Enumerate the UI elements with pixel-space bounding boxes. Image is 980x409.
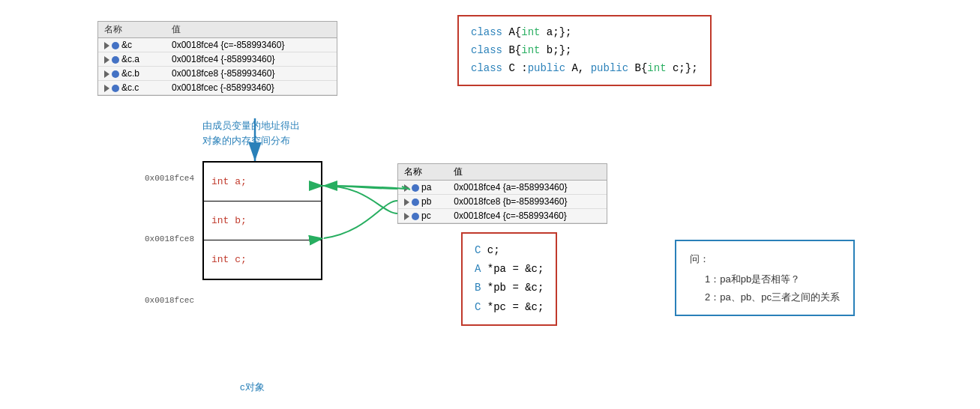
expand-icon — [104, 70, 109, 78]
annotation-line-2: 对象的内存空间分布 — [202, 133, 300, 148]
col-header-value: 值 — [166, 22, 337, 38]
table-row: &c.b 0x0018fce8 {-858993460} — [98, 67, 337, 81]
dot-icon — [112, 70, 119, 78]
dot-icon — [412, 184, 419, 192]
code-line-2: class B{int b;}; — [471, 42, 698, 60]
mem-cell-c: int c; — [204, 240, 321, 279]
addr-label-1: 0x0018fce4 — [145, 174, 194, 183]
debug-table-top: 名称 值 &c 0x0018fce4 {c=-858993460} &c.a 0… — [97, 21, 337, 96]
expand-icon — [404, 184, 409, 192]
question-box: 问： 1：pa和pb是否相等？ 2：pa、pb、pc三者之间的关系 — [675, 240, 855, 316]
dot-icon — [112, 56, 119, 64]
expand-icon — [104, 42, 109, 49]
table-row-pa: pa 0x0018fce4 {a=-858993460} — [398, 181, 607, 195]
code-box-assignments: C c; A *pa = &c; B *pb = &c; C *pc = &c; — [461, 232, 557, 326]
table-row: &c.c 0x0018fcec {-858993460} — [98, 81, 337, 95]
code-assign-3: B *pb = &c; — [475, 279, 544, 297]
table-row-pc: pc 0x0018fce4 {c=-858993460} — [398, 209, 607, 223]
code-line-1: class A{int a;}; — [471, 24, 698, 42]
expand-icon — [104, 85, 109, 92]
code-assign-4: C *pc = &c; — [475, 298, 544, 317]
col-header-name-mid: 名称 — [398, 164, 448, 181]
code-line-3: class C :public A, public B{int c;}; — [471, 60, 698, 78]
code-box-class-definition: class A{int a;}; class B{int b;}; class … — [457, 15, 712, 86]
code-assign-1: C c; — [475, 241, 544, 260]
addr-label-3: 0x0018fcec — [145, 296, 194, 305]
question-1: 1：pa和pb是否相等？ — [690, 270, 840, 288]
dot-icon — [112, 85, 119, 92]
dot-icon — [412, 199, 419, 206]
mem-cell-b: int b; — [204, 202, 321, 240]
dot-icon — [412, 213, 419, 220]
expand-icon — [404, 199, 409, 206]
debug-table-mid: 名称 值 pa 0x0018fce4 {a=-858993460} pb 0x0… — [397, 163, 607, 224]
col-header-value-mid: 值 — [448, 164, 607, 181]
table-row: &c 0x0018fce4 {c=-858993460} — [98, 38, 337, 52]
question-2: 2：pa、pb、pc三者之间的关系 — [690, 288, 840, 306]
addr-label-2: 0x0018fce8 — [145, 234, 194, 243]
c-object-label: c对象 — [240, 381, 265, 394]
mem-cell-a: int a; — [204, 163, 321, 202]
code-assign-2: A *pa = &c; — [475, 260, 544, 279]
expand-icon — [404, 213, 409, 220]
table-row: &c.a 0x0018fce4 {-858993460} — [98, 52, 337, 67]
memory-diagram: int a; int b; int c; — [202, 161, 322, 280]
dot-icon — [112, 42, 119, 49]
annotation-text: 由成员变量的地址得出 对象的内存空间分布 — [202, 118, 300, 148]
expand-icon — [104, 56, 109, 64]
question-title: 问： — [690, 250, 840, 267]
table-row-pb: pb 0x0018fce8 {b=-858993460} — [398, 195, 607, 209]
annotation-line-1: 由成员变量的地址得出 — [202, 118, 300, 133]
col-header-name: 名称 — [98, 22, 166, 38]
